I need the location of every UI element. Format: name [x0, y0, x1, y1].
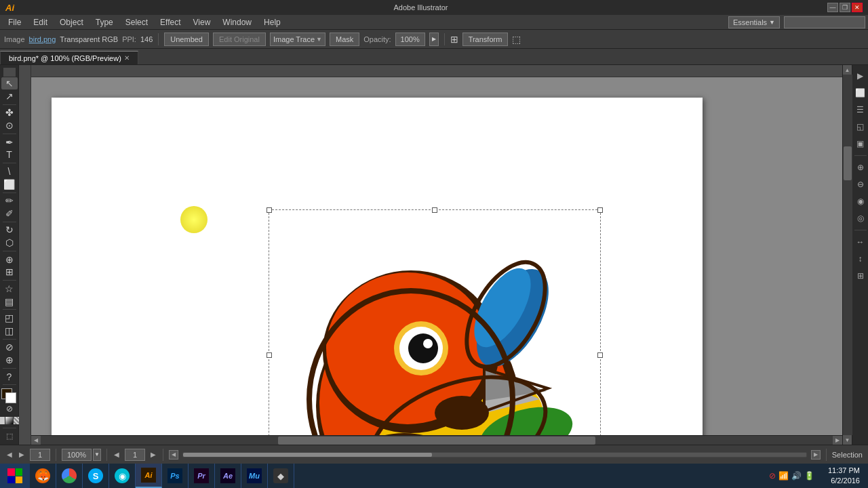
- image-trace-dropdown[interactable]: Image Trace ▼: [270, 33, 326, 46]
- help-tool[interactable]: ?: [1, 371, 18, 383]
- menu-edit[interactable]: Edit: [28, 16, 53, 28]
- edit-original-btn[interactable]: Edit Original: [213, 33, 266, 46]
- zoom-input[interactable]: [62, 449, 92, 461]
- align-btn[interactable]: ⊞: [450, 34, 458, 45]
- workspace-selector[interactable]: Essentials▼: [728, 16, 780, 28]
- menu-view[interactable]: View: [188, 16, 216, 28]
- scroll-track-h[interactable]: [41, 436, 833, 445]
- panel-icon-7[interactable]: ⊖: [854, 178, 867, 191]
- menu-window[interactable]: Window: [217, 16, 257, 28]
- taskbar-chrome[interactable]: [56, 464, 83, 488]
- taskbar-premiere[interactable]: Pr: [189, 464, 215, 488]
- eraser-tool[interactable]: ◫: [1, 325, 18, 337]
- scroll-thumb-h[interactable]: [278, 436, 595, 445]
- line-tool[interactable]: \: [1, 165, 18, 178]
- artboard-next-btn[interactable]: ▶: [149, 451, 157, 458]
- panel-icon-9[interactable]: ◎: [854, 211, 867, 225]
- nav-prev-btn[interactable]: ◀: [5, 451, 14, 458]
- panel-icon-10[interactable]: ↔: [854, 235, 867, 249]
- menu-file[interactable]: File: [3, 16, 26, 28]
- zoom-tool[interactable]: ⊕: [1, 354, 18, 366]
- mask-btn[interactable]: Mask: [330, 33, 359, 46]
- taskbar-firefox[interactable]: 🦊: [30, 464, 56, 488]
- taskbar-extra[interactable]: ◆: [268, 464, 294, 488]
- free-transform-tool[interactable]: ⊞: [1, 266, 18, 278]
- rotate-tool[interactable]: ↻: [1, 224, 18, 236]
- document-tab[interactable]: bird.png* @ 100% (RGB/Preview) ✕: [0, 51, 138, 64]
- scroll-thumb-v[interactable]: [844, 146, 852, 180]
- lasso-tool[interactable]: ⊙: [1, 119, 18, 131]
- panel-icon-1[interactable]: ▶: [854, 69, 867, 83]
- taskbar-skype[interactable]: S: [83, 464, 109, 488]
- selection-tool[interactable]: ↖: [1, 77, 18, 89]
- close-btn[interactable]: ✕: [852, 3, 863, 12]
- taskbar-browser2[interactable]: ◉: [109, 464, 136, 488]
- type-tool[interactable]: T: [1, 149, 18, 161]
- unembed-btn[interactable]: Unembed: [164, 33, 209, 46]
- menu-type[interactable]: Type: [90, 16, 119, 28]
- warp-tool[interactable]: ⊕: [1, 253, 18, 266]
- artboard-prev-btn[interactable]: ◀: [113, 451, 121, 458]
- slice-tool[interactable]: ◰: [1, 312, 18, 324]
- panel-icon-8[interactable]: ◉: [854, 195, 867, 208]
- panel-icon-3[interactable]: ☰: [854, 103, 867, 117]
- taskbar-aftereffects[interactable]: Ae: [215, 464, 241, 488]
- magic-wand-tool[interactable]: ✤: [1, 107, 18, 119]
- menu-help[interactable]: Help: [258, 16, 286, 28]
- restore-btn[interactable]: ❐: [840, 3, 850, 12]
- stroke-color[interactable]: [5, 392, 16, 403]
- artboard-nav-input[interactable]: [30, 449, 50, 461]
- zoom-dropdown-btn[interactable]: ▼: [93, 449, 101, 461]
- scale-tool[interactable]: ⬡: [1, 237, 18, 249]
- minimize-btn[interactable]: —: [827, 3, 838, 12]
- canvas-document[interactable]: [31, 77, 842, 435]
- artboard-btn[interactable]: ⬚: [1, 430, 18, 442]
- scroll-left-btn[interactable]: ◀: [31, 436, 41, 445]
- taskbar-illustrator[interactable]: Ai: [136, 464, 162, 488]
- nav-next-btn[interactable]: ▶: [18, 451, 26, 458]
- pen-tool[interactable]: ✒: [1, 136, 18, 148]
- pencil-tool[interactable]: ✐: [1, 207, 18, 220]
- panel-icon-6[interactable]: ⊕: [854, 161, 867, 174]
- panel-icon-5[interactable]: ▣: [854, 137, 867, 150]
- page-input[interactable]: [125, 449, 145, 461]
- transform-btn[interactable]: Transform: [462, 33, 509, 46]
- eyedropper-tool[interactable]: ⊘: [1, 341, 18, 353]
- tab-close-btn[interactable]: ✕: [124, 54, 130, 62]
- panel-icon-12[interactable]: ⊞: [854, 269, 867, 283]
- normal-mode-btn[interactable]: [0, 417, 5, 424]
- brush-tool[interactable]: ✏: [1, 195, 18, 207]
- panel-icon-2[interactable]: ⬜: [854, 86, 867, 100]
- gradient-mode-btn[interactable]: [5, 417, 13, 424]
- canvas-area[interactable]: ◀ ▶: [31, 65, 842, 445]
- symbol-tool[interactable]: ☆: [1, 283, 18, 295]
- scroll-nav-left[interactable]: ◀: [169, 450, 178, 460]
- scrollbar-horizontal[interactable]: ◀ ▶: [31, 435, 842, 445]
- taskbar-muse[interactable]: Mu: [241, 464, 268, 488]
- opacity-arrow[interactable]: ▶: [429, 33, 439, 46]
- fill-stroke-colors: [1, 388, 18, 401]
- scroll-track-v[interactable]: [843, 75, 852, 435]
- panel-icon-4[interactable]: ◱: [854, 120, 867, 134]
- scrollbar-vertical[interactable]: ▲ ▼: [842, 65, 852, 445]
- chart-tool[interactable]: ▤: [1, 296, 18, 308]
- search-input[interactable]: [784, 16, 865, 28]
- rect-tool[interactable]: ⬜: [1, 178, 18, 190]
- right-panel-strip: ▶ ⬜ ☰ ◱ ▣ ⊕ ⊖ ◉ ◎ ↔ ↕ ⊞: [852, 65, 868, 445]
- scroll-nav-right[interactable]: ▶: [811, 450, 821, 460]
- volume-icon: 🔊: [791, 471, 802, 481]
- panel-icon-11[interactable]: ↕: [854, 252, 867, 266]
- fill-none-btn[interactable]: ⊘: [1, 403, 18, 415]
- direct-selection-tool[interactable]: ↗: [1, 90, 18, 102]
- menu-select[interactable]: Select: [120, 16, 153, 28]
- tool-separator3: [3, 163, 16, 163]
- menu-object[interactable]: Object: [54, 16, 89, 28]
- transform2-btn[interactable]: ⬚: [512, 34, 521, 45]
- start-button[interactable]: [0, 464, 30, 488]
- menu-effect[interactable]: Effect: [155, 16, 186, 28]
- scroll-right-btn[interactable]: ▶: [833, 436, 842, 445]
- scroll-down-btn[interactable]: ▼: [843, 435, 852, 445]
- opacity-input[interactable]: [395, 33, 425, 46]
- taskbar-photoshop[interactable]: Ps: [162, 464, 189, 488]
- scroll-up-btn[interactable]: ▲: [843, 65, 852, 75]
